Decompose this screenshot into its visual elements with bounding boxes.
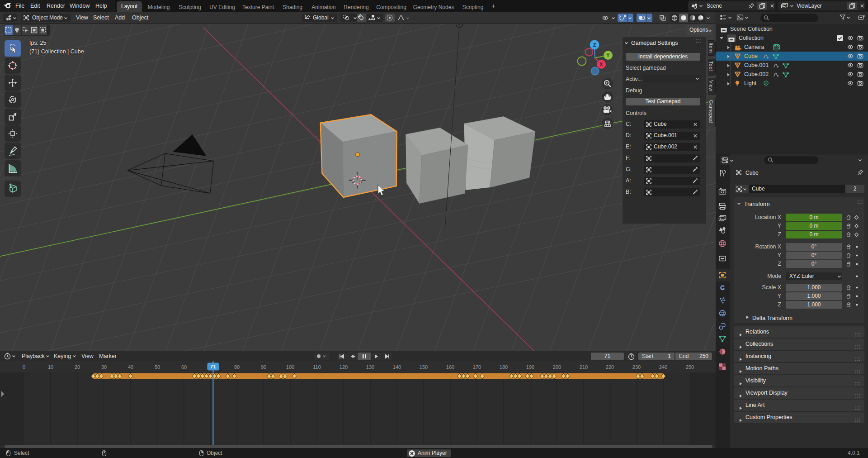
svg-text:10: 10 — [48, 364, 53, 370]
svg-text:250: 250 — [686, 364, 694, 370]
svg-text:180: 180 — [500, 364, 508, 370]
svg-text:130: 130 — [366, 364, 374, 370]
svg-text:140: 140 — [393, 364, 401, 370]
svg-text:170: 170 — [473, 364, 481, 370]
svg-text:110: 110 — [313, 364, 321, 370]
svg-text:90: 90 — [261, 364, 266, 370]
svg-text:50: 50 — [155, 364, 160, 370]
svg-text:80: 80 — [234, 364, 240, 370]
svg-text:Y: Y — [606, 52, 610, 58]
svg-text:220: 220 — [606, 364, 614, 370]
svg-text:160: 160 — [446, 364, 454, 370]
svg-text:240: 240 — [659, 364, 667, 370]
svg-text:230: 230 — [632, 364, 641, 370]
svg-text:Z: Z — [593, 42, 596, 48]
svg-text:190: 190 — [526, 364, 534, 370]
svg-text:X: X — [599, 62, 603, 67]
svg-text:120: 120 — [340, 364, 348, 370]
svg-text:20: 20 — [75, 364, 80, 370]
svg-text:30: 30 — [101, 364, 107, 370]
svg-text:40: 40 — [128, 364, 133, 370]
svg-text:60: 60 — [181, 364, 187, 370]
svg-text:71: 71 — [210, 364, 216, 369]
svg-text:200: 200 — [553, 364, 561, 370]
svg-text:210: 210 — [580, 364, 588, 370]
svg-text:150: 150 — [420, 364, 428, 370]
svg-text:100: 100 — [286, 364, 294, 370]
svg-text:0: 0 — [23, 364, 25, 370]
